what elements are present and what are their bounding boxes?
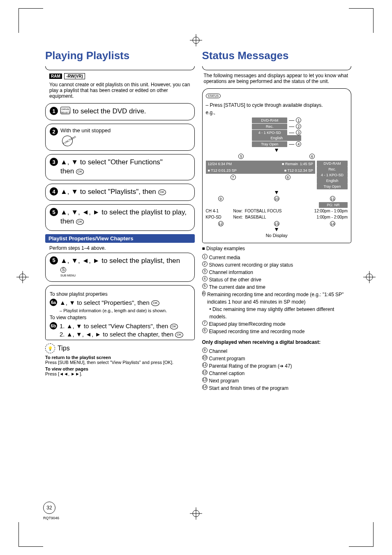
crop-mark <box>18 522 43 547</box>
status-time-2: 1:00pm - 2:00pm <box>314 215 348 219</box>
num-10-icon: 10 <box>202 355 208 360</box>
de-6b: • Disc remaining time may slightly diffe… <box>210 306 352 320</box>
left-column: Playing Playlists RAM -RW(VR) You cannot… <box>45 49 195 392</box>
status-box-rec: Rec. <box>252 124 287 129</box>
callout-13: 13 <box>274 221 279 226</box>
step-6b-text-2: 2. ▲, ▼, ◄, ► to select the chapter, the… <box>60 331 173 338</box>
de-7: Elapsed play time/Recording mode <box>209 320 286 328</box>
badge-rwvr: -RW(VR) <box>64 73 85 79</box>
callout-12: 12 <box>218 221 224 226</box>
status-side-rec: Rec. <box>317 166 348 172</box>
arrow-line: — <box>289 141 294 147</box>
callout-6: 6 <box>309 154 315 159</box>
ok-button-icon: OK <box>76 169 84 175</box>
de-4: Status of the other drive <box>209 276 261 283</box>
status-button-icon: STATUS <box>206 94 221 98</box>
arc-divider <box>45 66 195 70</box>
status-wide-row-1: 12/24 6:34 PM ■ Remain 1:45 SP <box>206 161 316 167</box>
status-wide-row-2: ■ T12 0:01.23 SP ■ T12 0:12.34 SP <box>206 167 316 174</box>
ok-button-icon: OK <box>170 324 178 329</box>
display-examples-list: 1Current media 2Shows current recording … <box>202 254 352 335</box>
step-1: 1 DRIVE SELECT to select the DVD drive. <box>45 103 195 120</box>
document-id: RQT9046 <box>43 516 59 520</box>
status-datetime: 12/24 6:34 PM <box>208 162 232 166</box>
tip-1-heading: To return to the playlist screen <box>45 355 195 360</box>
digital-broadcast-heading: Only displayed when receiving a digital … <box>202 339 352 345</box>
registration-mark-icon <box>190 34 202 48</box>
callout-11: 11 <box>330 196 335 201</box>
step-number-icon: 1 <box>50 107 58 115</box>
crop-mark <box>18 8 43 33</box>
display-examples-heading: ■ Display examples <box>202 246 352 251</box>
registration-mark-icon <box>190 507 202 521</box>
dd-9: Channel <box>209 348 228 355</box>
intro-text: You cannot create or edit playlists on t… <box>49 82 191 99</box>
ok-button-icon: OK <box>175 332 183 338</box>
num-12-icon: 12 <box>202 370 208 375</box>
step-5: 5 ▲, ▼, ◄, ► to select the playlist to p… <box>45 204 195 230</box>
step-2-text: With the unit stopped <box>60 127 111 134</box>
step-number-icon: 5 <box>50 208 58 216</box>
step-4-text: ▲, ▼ to select "Playlists", then <box>60 188 156 196</box>
press-status-note: – Press [STATUS] to cycle through availa… <box>206 102 348 108</box>
num-4-icon: 4 <box>202 276 208 281</box>
step-number-icon: 6b <box>50 322 57 329</box>
ok-button-icon: OK <box>151 300 159 306</box>
step-number-icon: 4 <box>50 187 58 196</box>
status-next-label: Next: <box>233 215 243 219</box>
status-side-media: DVD-RAM <box>317 161 348 166</box>
tip-2-body: Press [◄◄, ►►]. <box>45 371 195 376</box>
dd-11: Parental Rating of the program (➔ 47) <box>209 362 292 370</box>
status-box-channel: 4 - 1 KPO-SD <box>252 130 287 136</box>
status-kpo: KPO-SD <box>206 215 228 219</box>
callout-1: 1 <box>296 117 301 123</box>
arrow-line: — <box>289 123 294 129</box>
eg-label: e.g., <box>206 110 348 115</box>
status-now-label: Now: <box>233 209 243 213</box>
callout-4: 4 <box>296 141 301 147</box>
callout-3: 3 <box>296 130 301 135</box>
tips-icon: 💡 <box>45 343 55 353</box>
arrow-line: — <box>289 129 294 136</box>
dd-10: Current program <box>209 355 245 362</box>
badge-ram: RAM <box>49 74 62 79</box>
callout-9: 9 <box>218 196 224 201</box>
status-next-value: BASEBALL <box>245 215 266 219</box>
arrow-line: — <box>289 117 294 123</box>
step-3: 3 ▲, ▼ to select "Other Functions" then … <box>45 154 195 180</box>
registration-mark-icon <box>16 271 29 284</box>
tips-label: Tips <box>58 345 70 352</box>
step-number-icon: 2 <box>50 127 58 136</box>
num-5-icon: 5 <box>202 283 208 289</box>
status-t12b: ■ T12 0:12.34 SP <box>284 168 313 173</box>
status-time-1: 12:00pm - 1:00pm <box>314 209 348 213</box>
to-show-properties: To show playlist properties <box>50 291 190 297</box>
subheading-playlist-properties: Playlist Properties/View Chapters <box>45 234 195 243</box>
de-6: Remaining recording time and recording m… <box>207 291 351 306</box>
callout-5: 5 <box>238 154 244 159</box>
sub-menu-label: SUB MENU <box>60 274 76 277</box>
status-remain-label: ■ Remain <box>282 162 298 166</box>
step-5-alt: 5 ▲, ▼, ◄, ► to select the playlist, the… <box>45 253 195 282</box>
num-1-icon: 1 <box>202 254 208 259</box>
arc-close <box>45 338 195 340</box>
step-2: 2 With the unit stopped FUNCTIONS <box>45 124 195 151</box>
digital-broadcast-list: 9Channel 10Current program 11Parental Ra… <box>202 348 352 392</box>
step-3-text-b: then <box>60 167 74 175</box>
callout-2: 2 <box>296 124 301 129</box>
num-8-icon: 8 <box>202 328 208 333</box>
drive-select-button-icon: DRIVE SELECT <box>60 107 70 114</box>
page-number: 32 <box>43 502 55 514</box>
de-5: The current date and time <box>209 283 265 291</box>
status-side-lang: English <box>317 178 348 184</box>
num-11-icon: 11 <box>202 362 208 368</box>
status-pg-rating: PG: NR <box>319 202 348 208</box>
status-ch: CH 4-1 <box>206 209 228 213</box>
playlist-info-note: – Playlist information (e.g., length and… <box>60 308 190 313</box>
manual-page: Playing Playlists RAM -RW(VR) You cannot… <box>45 49 351 392</box>
no-display-label: No Display <box>206 233 348 238</box>
status-now-value: FOOTBALL FOCUS <box>245 209 282 213</box>
status-side-channel: 4 - 1 KPO-SD <box>317 172 348 178</box>
status-side-tray: Tray Open <box>317 184 348 189</box>
section-title-playing-playlists: Playing Playlists <box>45 49 195 62</box>
